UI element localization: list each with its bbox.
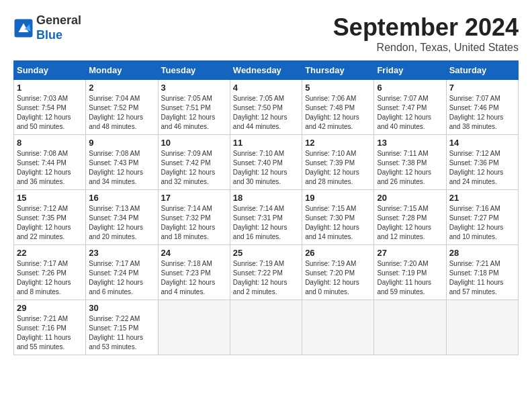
table-row: 3Sunrise: 7:05 AMSunset: 7:51 PMDaylight… [158, 80, 230, 135]
table-row: 12Sunrise: 7:10 AMSunset: 7:39 PMDayligh… [302, 135, 374, 190]
table-row [374, 300, 446, 355]
day-info: Sunrise: 7:21 AMSunset: 7:16 PMDaylight:… [17, 314, 83, 352]
day-info: Sunrise: 7:10 AMSunset: 7:40 PMDaylight:… [233, 149, 299, 187]
day-info: Sunrise: 7:17 AMSunset: 7:26 PMDaylight:… [17, 259, 83, 297]
day-info: Sunrise: 7:05 AMSunset: 7:51 PMDaylight:… [161, 94, 227, 132]
day-info: Sunrise: 7:22 AMSunset: 7:15 PMDaylight:… [89, 314, 154, 352]
table-row: 10Sunrise: 7:09 AMSunset: 7:42 PMDayligh… [158, 135, 230, 190]
col-friday: Friday [374, 61, 446, 80]
table-row: 27Sunrise: 7:20 AMSunset: 7:19 PMDayligh… [374, 245, 446, 300]
logo: General Blue [13, 13, 81, 42]
table-row: 11Sunrise: 7:10 AMSunset: 7:40 PMDayligh… [230, 135, 302, 190]
day-number: 4 [233, 83, 299, 93]
table-row: 23Sunrise: 7:17 AMSunset: 7:24 PMDayligh… [86, 245, 158, 300]
table-row: 2Sunrise: 7:04 AMSunset: 7:52 PMDaylight… [86, 80, 158, 135]
day-info: Sunrise: 7:18 AMSunset: 7:23 PMDaylight:… [161, 259, 227, 297]
day-info: Sunrise: 7:07 AMSunset: 7:46 PMDaylight:… [449, 94, 515, 132]
calendar-row: 15Sunrise: 7:12 AMSunset: 7:35 PMDayligh… [14, 190, 519, 245]
day-info: Sunrise: 7:19 AMSunset: 7:20 PMDaylight:… [305, 259, 371, 297]
day-number: 2 [89, 83, 154, 93]
table-row [302, 300, 374, 355]
table-row [230, 300, 302, 355]
calendar-row: 29Sunrise: 7:21 AMSunset: 7:16 PMDayligh… [14, 300, 519, 355]
table-row: 16Sunrise: 7:13 AMSunset: 7:34 PMDayligh… [86, 190, 158, 245]
day-number: 27 [377, 248, 443, 258]
table-row [158, 300, 230, 355]
day-number: 18 [233, 193, 299, 203]
day-info: Sunrise: 7:08 AMSunset: 7:43 PMDaylight:… [89, 149, 154, 187]
calendar-row: 8Sunrise: 7:08 AMSunset: 7:44 PMDaylight… [14, 135, 519, 190]
day-number: 25 [233, 248, 299, 258]
day-number: 5 [305, 83, 371, 93]
day-number: 15 [17, 193, 83, 203]
col-tuesday: Tuesday [158, 61, 230, 80]
table-row: 13Sunrise: 7:11 AMSunset: 7:38 PMDayligh… [374, 135, 446, 190]
logo-icon [13, 18, 34, 38]
day-info: Sunrise: 7:14 AMSunset: 7:32 PMDaylight:… [161, 204, 227, 242]
table-row: 24Sunrise: 7:18 AMSunset: 7:23 PMDayligh… [158, 245, 230, 300]
day-number: 19 [305, 193, 371, 203]
table-row: 29Sunrise: 7:21 AMSunset: 7:16 PMDayligh… [14, 300, 86, 355]
table-row: 26Sunrise: 7:19 AMSunset: 7:20 PMDayligh… [302, 245, 374, 300]
table-row: 18Sunrise: 7:14 AMSunset: 7:31 PMDayligh… [230, 190, 302, 245]
day-number: 30 [89, 303, 154, 313]
day-info: Sunrise: 7:14 AMSunset: 7:31 PMDaylight:… [233, 204, 299, 242]
day-info: Sunrise: 7:21 AMSunset: 7:18 PMDaylight:… [449, 259, 515, 297]
table-row: 20Sunrise: 7:15 AMSunset: 7:28 PMDayligh… [374, 190, 446, 245]
calendar-body: 1Sunrise: 7:03 AMSunset: 7:54 PMDaylight… [14, 80, 519, 355]
day-info: Sunrise: 7:12 AMSunset: 7:35 PMDaylight:… [17, 204, 83, 242]
calendar-table: Sunday Monday Tuesday Wednesday Thursday… [13, 60, 519, 355]
day-info: Sunrise: 7:07 AMSunset: 7:47 PMDaylight:… [377, 94, 443, 132]
day-info: Sunrise: 7:04 AMSunset: 7:52 PMDaylight:… [89, 94, 154, 132]
day-number: 13 [377, 138, 443, 148]
day-info: Sunrise: 7:11 AMSunset: 7:38 PMDaylight:… [377, 149, 443, 187]
table-row: 25Sunrise: 7:19 AMSunset: 7:22 PMDayligh… [230, 245, 302, 300]
table-row: 19Sunrise: 7:15 AMSunset: 7:30 PMDayligh… [302, 190, 374, 245]
table-row: 30Sunrise: 7:22 AMSunset: 7:15 PMDayligh… [86, 300, 158, 355]
table-row: 22Sunrise: 7:17 AMSunset: 7:26 PMDayligh… [14, 245, 86, 300]
title-section: September 2024 Rendon, Texas, United Sta… [333, 13, 519, 54]
table-row: 5Sunrise: 7:06 AMSunset: 7:48 PMDaylight… [302, 80, 374, 135]
day-number: 8 [17, 138, 83, 148]
table-row: 15Sunrise: 7:12 AMSunset: 7:35 PMDayligh… [14, 190, 86, 245]
day-number: 20 [377, 193, 443, 203]
day-info: Sunrise: 7:19 AMSunset: 7:22 PMDaylight:… [233, 259, 299, 297]
day-number: 22 [17, 248, 83, 258]
day-info: Sunrise: 7:09 AMSunset: 7:42 PMDaylight:… [161, 149, 227, 187]
day-number: 6 [377, 83, 443, 93]
day-number: 29 [17, 303, 83, 313]
col-wednesday: Wednesday [230, 61, 302, 80]
col-sunday: Sunday [14, 61, 86, 80]
table-row: 4Sunrise: 7:05 AMSunset: 7:50 PMDaylight… [230, 80, 302, 135]
day-info: Sunrise: 7:12 AMSunset: 7:36 PMDaylight:… [449, 149, 515, 187]
day-number: 1 [17, 83, 83, 93]
table-row: 28Sunrise: 7:21 AMSunset: 7:18 PMDayligh… [446, 245, 518, 300]
table-row: 7Sunrise: 7:07 AMSunset: 7:46 PMDaylight… [446, 80, 518, 135]
header: General Blue September 2024 Rendon, Texa… [13, 13, 519, 54]
calendar-header-row: Sunday Monday Tuesday Wednesday Thursday… [14, 61, 519, 80]
day-number: 14 [449, 138, 515, 148]
day-number: 3 [161, 83, 227, 93]
day-number: 7 [449, 83, 515, 93]
day-info: Sunrise: 7:20 AMSunset: 7:19 PMDaylight:… [377, 259, 443, 297]
day-number: 23 [89, 248, 154, 258]
location-title: Rendon, Texas, United States [333, 42, 519, 54]
table-row: 14Sunrise: 7:12 AMSunset: 7:36 PMDayligh… [446, 135, 518, 190]
logo-text: General Blue [36, 13, 81, 42]
day-info: Sunrise: 7:15 AMSunset: 7:28 PMDaylight:… [377, 204, 443, 242]
day-number: 26 [305, 248, 371, 258]
day-info: Sunrise: 7:13 AMSunset: 7:34 PMDaylight:… [89, 204, 154, 242]
day-info: Sunrise: 7:06 AMSunset: 7:48 PMDaylight:… [305, 94, 371, 132]
calendar-row: 1Sunrise: 7:03 AMSunset: 7:54 PMDaylight… [14, 80, 519, 135]
day-number: 9 [89, 138, 154, 148]
calendar-row: 22Sunrise: 7:17 AMSunset: 7:26 PMDayligh… [14, 245, 519, 300]
day-info: Sunrise: 7:05 AMSunset: 7:50 PMDaylight:… [233, 94, 299, 132]
day-number: 28 [449, 248, 515, 258]
month-title: September 2024 [333, 13, 519, 42]
day-number: 21 [449, 193, 515, 203]
day-number: 16 [89, 193, 154, 203]
day-number: 11 [233, 138, 299, 148]
table-row: 1Sunrise: 7:03 AMSunset: 7:54 PMDaylight… [14, 80, 86, 135]
day-info: Sunrise: 7:03 AMSunset: 7:54 PMDaylight:… [17, 94, 83, 132]
day-info: Sunrise: 7:17 AMSunset: 7:24 PMDaylight:… [89, 259, 154, 297]
